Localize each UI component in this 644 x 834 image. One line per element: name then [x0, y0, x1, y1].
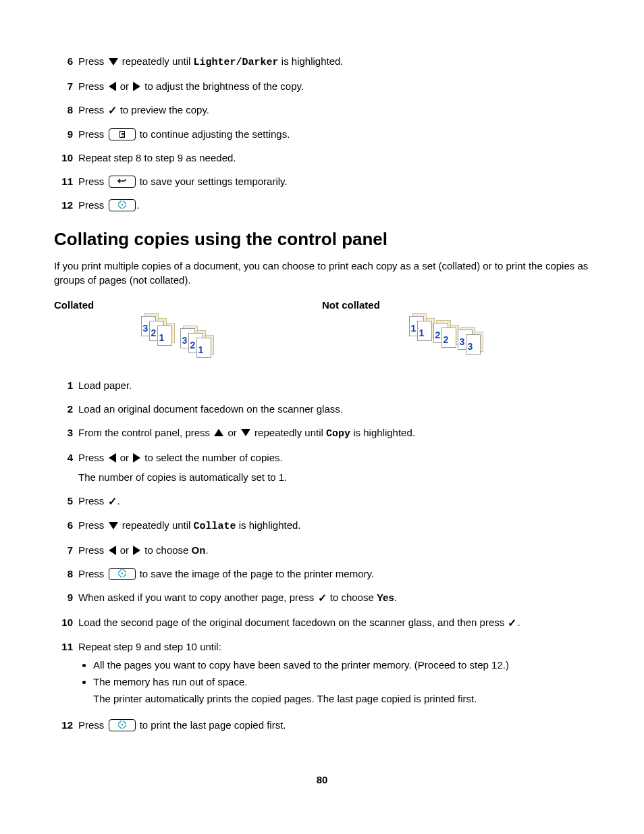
- page-icon: 1: [196, 338, 211, 358]
- main-steps-list: 1Load paper. 2Load an original document …: [54, 378, 590, 732]
- main-step-10: 10Load the second page of the original d…: [54, 615, 590, 630]
- step-11: 11 Press to save your settings temporari…: [54, 174, 590, 188]
- page-number: 80: [54, 773, 590, 787]
- main-step-6: 6 Press repeatedly until Collate is high…: [54, 518, 590, 533]
- menu-button-icon: [109, 128, 136, 140]
- section-heading: Collating copies using the control panel: [54, 227, 590, 251]
- check-icon: ✓: [108, 496, 117, 507]
- arrow-left-icon: [109, 546, 116, 555]
- arrow-right-icon: [133, 453, 140, 463]
- page-icon: 1: [417, 321, 432, 341]
- arrow-left-icon: [109, 82, 116, 91]
- collated-diagram: 321321: [141, 316, 236, 363]
- main-step-1: 1Load paper.: [54, 378, 590, 392]
- arrow-down-icon: [241, 429, 250, 436]
- page-icon: 3: [466, 334, 481, 355]
- back-button-icon: [109, 176, 136, 188]
- main-step-11: 11 Repeat step 9 and step 10 until: All …: [54, 640, 590, 708]
- arrow-down-icon: [109, 58, 118, 66]
- svg-point-3: [121, 573, 123, 575]
- main-step-4: 4 Press or to select the number of copie…: [54, 450, 590, 484]
- svg-point-5: [121, 724, 123, 726]
- check-icon: ✓: [108, 105, 117, 116]
- check-icon: ✓: [318, 592, 327, 604]
- arrow-down-icon: [109, 522, 118, 529]
- main-step-3: 3 From the control panel, press or repea…: [54, 425, 590, 441]
- main-step-9: 9 When asked if you want to copy another…: [54, 590, 590, 605]
- arrow-up-icon: [214, 429, 223, 436]
- section-intro: If you print multiple copies of a docume…: [54, 259, 590, 287]
- step-7: 7 Press or to adjust the brightness of t…: [54, 79, 590, 93]
- arrow-left-icon: [109, 453, 116, 463]
- step-10: 10 Repeat step 8 to step 9 as needed.: [54, 151, 590, 165]
- svg-point-1: [121, 204, 123, 206]
- start-button-icon: [109, 719, 136, 731]
- main-step-5: 5Press ✓.: [54, 494, 590, 509]
- arrow-right-icon: [133, 82, 140, 91]
- arrow-right-icon: [133, 546, 140, 555]
- step-6: 6 Press repeatedly until Lighter/Darker …: [54, 54, 590, 70]
- step-9: 9 Press to continue adjusting the settin…: [54, 127, 590, 141]
- collated-column: Collated 321321: [54, 298, 322, 363]
- top-steps-list: 6 Press repeatedly until Lighter/Darker …: [54, 54, 590, 212]
- step-12: 12 Press .: [54, 198, 590, 212]
- page-icon: 1: [157, 325, 172, 346]
- main-step-8: 8Press to save the image of the page to …: [54, 567, 590, 581]
- start-button-icon: [109, 199, 136, 211]
- main-step-12: 12Press to print the last page copied fi…: [54, 718, 590, 732]
- start-button-icon: [109, 568, 136, 580]
- not-collated-column: Not collated 112233: [322, 298, 590, 363]
- main-step-7: 7 Press or to choose On.: [54, 543, 590, 557]
- main-step-2: 2Load an original document facedown on t…: [54, 402, 590, 416]
- step-8: 8 Press ✓ to preview the copy.: [54, 103, 590, 118]
- not-collated-diagram: 112233: [409, 316, 504, 363]
- collation-columns: Collated 321321 Not collated 112233: [54, 298, 590, 363]
- check-icon: ✓: [508, 617, 516, 629]
- page-icon: 2: [441, 328, 456, 348]
